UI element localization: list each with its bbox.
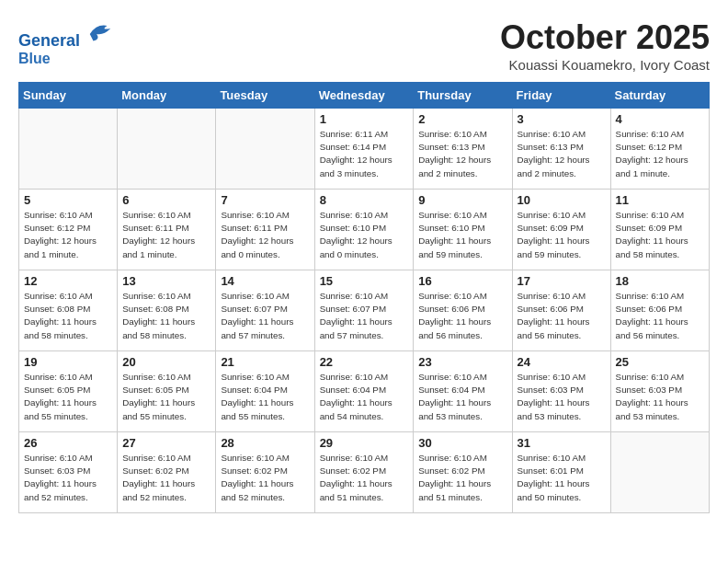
day-info: Sunrise: 6:10 AMSunset: 6:08 PMDaylight:…	[24, 290, 112, 342]
weekday-sunday: Sunday	[19, 83, 118, 109]
day-info: Sunrise: 6:10 AMSunset: 6:07 PMDaylight:…	[221, 290, 309, 342]
calendar-cell: 7Sunrise: 6:10 AMSunset: 6:11 PMDaylight…	[216, 190, 314, 270]
day-number: 20	[122, 355, 210, 369]
weekday-friday: Friday	[512, 83, 610, 109]
day-info: Sunrise: 6:10 AMSunset: 6:11 PMDaylight:…	[221, 209, 309, 261]
calendar-cell: 18Sunrise: 6:10 AMSunset: 6:06 PMDayligh…	[610, 270, 709, 351]
day-info: Sunrise: 6:10 AMSunset: 6:13 PMDaylight:…	[418, 128, 506, 180]
calendar-cell: 30Sunrise: 6:10 AMSunset: 6:02 PMDayligh…	[414, 432, 512, 513]
calendar-cell	[19, 109, 118, 190]
calendar-week-4: 19Sunrise: 6:10 AMSunset: 6:05 PMDayligh…	[19, 351, 710, 432]
day-info: Sunrise: 6:10 AMSunset: 6:09 PMDaylight:…	[518, 209, 606, 261]
weekday-tuesday: Tuesday	[216, 83, 314, 109]
day-number: 22	[320, 355, 409, 369]
day-number: 13	[122, 274, 210, 288]
day-number: 29	[320, 436, 409, 450]
day-info: Sunrise: 6:10 AMSunset: 6:10 PMDaylight:…	[418, 209, 506, 261]
day-number: 4	[616, 112, 704, 126]
calendar-cell: 15Sunrise: 6:10 AMSunset: 6:07 PMDayligh…	[314, 270, 414, 351]
calendar-cell: 22Sunrise: 6:10 AMSunset: 6:04 PMDayligh…	[314, 351, 414, 432]
day-info: Sunrise: 6:10 AMSunset: 6:04 PMDaylight:…	[221, 371, 309, 423]
calendar-cell	[216, 109, 314, 190]
calendar-cell: 27Sunrise: 6:10 AMSunset: 6:02 PMDayligh…	[118, 432, 216, 513]
day-info: Sunrise: 6:10 AMSunset: 6:10 PMDaylight:…	[320, 209, 409, 261]
calendar-cell: 20Sunrise: 6:10 AMSunset: 6:05 PMDayligh…	[118, 351, 216, 432]
calendar-cell: 31Sunrise: 6:10 AMSunset: 6:01 PMDayligh…	[512, 432, 610, 513]
calendar-cell: 13Sunrise: 6:10 AMSunset: 6:08 PMDayligh…	[118, 270, 216, 351]
calendar-cell: 5Sunrise: 6:10 AMSunset: 6:12 PMDaylight…	[19, 190, 118, 270]
calendar-cell: 25Sunrise: 6:10 AMSunset: 6:03 PMDayligh…	[610, 351, 709, 432]
calendar-cell	[118, 109, 216, 190]
day-info: Sunrise: 6:10 AMSunset: 6:03 PMDaylight:…	[518, 371, 606, 423]
day-info: Sunrise: 6:11 AMSunset: 6:14 PMDaylight:…	[320, 128, 409, 180]
day-number: 2	[418, 112, 506, 126]
day-info: Sunrise: 6:10 AMSunset: 6:01 PMDaylight:…	[518, 452, 606, 504]
title-area: October 2025 Kouassi Kouamekro, Ivory Co…	[500, 18, 710, 73]
day-number: 24	[518, 355, 606, 369]
day-number: 16	[418, 274, 506, 288]
day-info: Sunrise: 6:10 AMSunset: 6:06 PMDaylight:…	[418, 290, 506, 342]
day-number: 14	[221, 274, 309, 288]
day-number: 26	[24, 436, 112, 450]
day-info: Sunrise: 6:10 AMSunset: 6:03 PMDaylight:…	[616, 371, 704, 423]
calendar-cell: 10Sunrise: 6:10 AMSunset: 6:09 PMDayligh…	[512, 190, 610, 270]
calendar-cell: 2Sunrise: 6:10 AMSunset: 6:13 PMDaylight…	[414, 109, 512, 190]
calendar-cell: 12Sunrise: 6:10 AMSunset: 6:08 PMDayligh…	[19, 270, 118, 351]
calendar-week-2: 5Sunrise: 6:10 AMSunset: 6:12 PMDaylight…	[19, 190, 710, 270]
month-title: October 2025	[500, 18, 710, 57]
calendar-cell: 29Sunrise: 6:10 AMSunset: 6:02 PMDayligh…	[314, 432, 414, 513]
calendar-cell: 14Sunrise: 6:10 AMSunset: 6:07 PMDayligh…	[216, 270, 314, 351]
day-number: 11	[616, 193, 704, 207]
weekday-header-row: SundayMondayTuesdayWednesdayThursdayFrid…	[19, 83, 710, 109]
day-number: 9	[418, 193, 506, 207]
day-number: 5	[24, 193, 112, 207]
calendar-cell: 4Sunrise: 6:10 AMSunset: 6:12 PMDaylight…	[610, 109, 709, 190]
calendar-cell: 19Sunrise: 6:10 AMSunset: 6:05 PMDayligh…	[19, 351, 118, 432]
day-info: Sunrise: 6:10 AMSunset: 6:03 PMDaylight:…	[24, 452, 112, 504]
day-info: Sunrise: 6:10 AMSunset: 6:09 PMDaylight:…	[616, 209, 704, 261]
day-number: 23	[418, 355, 506, 369]
calendar-cell: 23Sunrise: 6:10 AMSunset: 6:04 PMDayligh…	[414, 351, 512, 432]
calendar-cell: 3Sunrise: 6:10 AMSunset: 6:13 PMDaylight…	[512, 109, 610, 190]
day-info: Sunrise: 6:10 AMSunset: 6:04 PMDaylight:…	[320, 371, 409, 423]
day-number: 25	[616, 355, 704, 369]
calendar-cell: 21Sunrise: 6:10 AMSunset: 6:04 PMDayligh…	[216, 351, 314, 432]
calendar-cell: 8Sunrise: 6:10 AMSunset: 6:10 PMDaylight…	[314, 190, 414, 270]
calendar-cell: 1Sunrise: 6:11 AMSunset: 6:14 PMDaylight…	[314, 109, 414, 190]
calendar-week-3: 12Sunrise: 6:10 AMSunset: 6:08 PMDayligh…	[19, 270, 710, 351]
day-number: 10	[518, 193, 606, 207]
weekday-saturday: Saturday	[610, 83, 709, 109]
day-number: 15	[320, 274, 409, 288]
weekday-thursday: Thursday	[414, 83, 512, 109]
day-info: Sunrise: 6:10 AMSunset: 6:12 PMDaylight:…	[616, 128, 704, 180]
day-number: 30	[418, 436, 506, 450]
calendar-cell: 11Sunrise: 6:10 AMSunset: 6:09 PMDayligh…	[610, 190, 709, 270]
day-number: 1	[320, 112, 409, 126]
page-header: General Blue October 2025 Kouassi Kouame…	[18, 18, 710, 73]
calendar-cell: 26Sunrise: 6:10 AMSunset: 6:03 PMDayligh…	[19, 432, 118, 513]
day-info: Sunrise: 6:10 AMSunset: 6:13 PMDaylight:…	[518, 128, 606, 180]
logo-bird-icon	[86, 18, 114, 46]
calendar-cell: 6Sunrise: 6:10 AMSunset: 6:11 PMDaylight…	[118, 190, 216, 270]
day-info: Sunrise: 6:10 AMSunset: 6:02 PMDaylight:…	[122, 452, 210, 504]
day-info: Sunrise: 6:10 AMSunset: 6:06 PMDaylight:…	[616, 290, 704, 342]
day-info: Sunrise: 6:10 AMSunset: 6:02 PMDaylight:…	[320, 452, 409, 504]
day-number: 18	[616, 274, 704, 288]
day-info: Sunrise: 6:10 AMSunset: 6:11 PMDaylight:…	[122, 209, 210, 261]
calendar-cell: 16Sunrise: 6:10 AMSunset: 6:06 PMDayligh…	[414, 270, 512, 351]
logo-text: General	[18, 18, 114, 51]
calendar-table: SundayMondayTuesdayWednesdayThursdayFrid…	[18, 82, 710, 513]
calendar-cell: 9Sunrise: 6:10 AMSunset: 6:10 PMDaylight…	[414, 190, 512, 270]
day-number: 7	[221, 193, 309, 207]
day-info: Sunrise: 6:10 AMSunset: 6:05 PMDaylight:…	[24, 371, 112, 423]
location-subtitle: Kouassi Kouamekro, Ivory Coast	[500, 57, 710, 73]
day-number: 28	[221, 436, 309, 450]
day-number: 3	[518, 112, 606, 126]
calendar-week-1: 1Sunrise: 6:11 AMSunset: 6:14 PMDaylight…	[19, 109, 710, 190]
day-number: 27	[122, 436, 210, 450]
day-info: Sunrise: 6:10 AMSunset: 6:06 PMDaylight:…	[518, 290, 606, 342]
logo: General Blue	[18, 18, 114, 66]
calendar-cell: 24Sunrise: 6:10 AMSunset: 6:03 PMDayligh…	[512, 351, 610, 432]
weekday-monday: Monday	[118, 83, 216, 109]
day-info: Sunrise: 6:10 AMSunset: 6:02 PMDaylight:…	[221, 452, 309, 504]
